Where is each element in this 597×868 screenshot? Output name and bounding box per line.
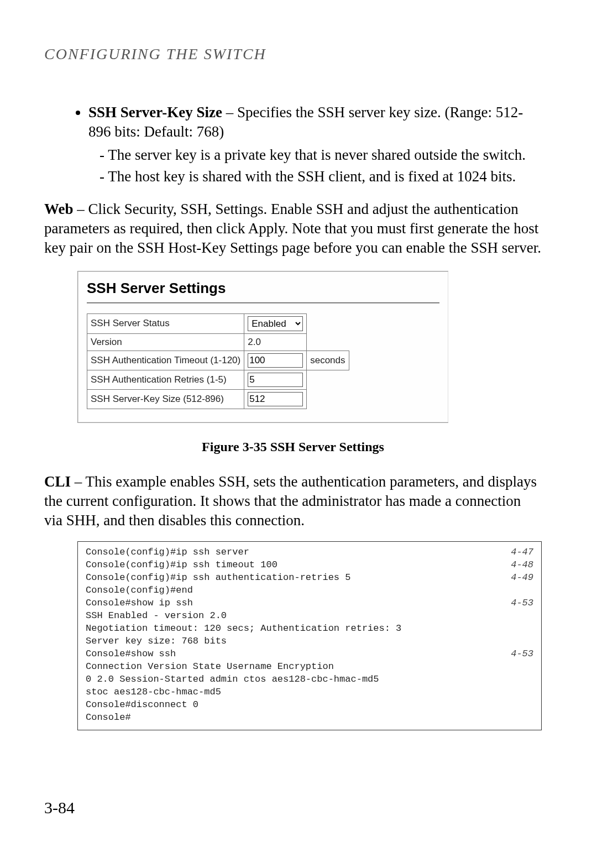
cli-ref: 4-53	[502, 597, 533, 610]
cli-line: Console(config)#ip ssh authentication-re…	[86, 572, 350, 584]
cli-ref: 4-47	[502, 546, 533, 559]
cli-line: Console(config)#end	[86, 584, 193, 597]
cli-paragraph-label: CLI	[44, 473, 71, 490]
cli-line: Console#disconnect 0	[86, 699, 198, 712]
web-paragraph: Web – Click Security, SSH, Settings. Ena…	[44, 200, 542, 258]
ssh-settings-panel: SSH Server Settings SSH Server Status En…	[77, 271, 448, 423]
cli-ref: 4-53	[502, 648, 533, 661]
web-paragraph-text: – Click Security, SSH, Settings. Enable …	[44, 201, 541, 256]
cli-ref: 4-49	[502, 572, 533, 584]
cli-line: Console#	[86, 712, 131, 724]
bullet-sub-2: - The host key is shared with the SSH cl…	[100, 167, 542, 186]
panel-title: SSH Server Settings	[78, 276, 448, 299]
select-ssh-status[interactable]: Enabled	[248, 316, 303, 331]
figure-caption: Figure 3-35 SSH Server Settings	[44, 438, 542, 456]
label-ssh-status: SSH Server Status	[87, 313, 244, 333]
label-version: Version	[87, 333, 244, 351]
label-auth-timeout: SSH Authentication Timeout (1-120)	[87, 351, 244, 370]
cli-line: Console(config)#ip ssh timeout 100	[86, 559, 277, 572]
bullet-ssh-key-size: SSH Server-Key Size – Specifies the SSH …	[88, 103, 542, 186]
value-version: 2.0	[244, 333, 307, 351]
cli-paragraph: CLI – This example enables SSH, sets the…	[44, 472, 542, 530]
cli-line: SSH Enabled - version 2.0	[86, 610, 227, 623]
input-auth-timeout[interactable]	[248, 353, 303, 368]
panel-rule	[87, 302, 439, 304]
input-auth-retries[interactable]	[248, 373, 303, 387]
unit-seconds: seconds	[307, 351, 349, 370]
cli-ref: 4-48	[502, 559, 533, 572]
input-key-size[interactable]	[248, 392, 303, 406]
bullet-sub-1: - The server key is a private key that i…	[100, 145, 542, 165]
page-number: 3-84	[44, 797, 75, 818]
settings-table: SSH Server Status Enabled Version 2.0 SS…	[87, 313, 349, 409]
cli-line: Console#show ssh	[86, 648, 176, 661]
cli-line: Connection Version State Username Encryp…	[86, 661, 334, 673]
running-header: CONFIGURING THE SWITCH	[44, 44, 542, 64]
cli-paragraph-text: – This example enables SSH, sets the aut…	[44, 473, 537, 529]
label-key-size: SSH Server-Key Size (512-896)	[87, 389, 244, 409]
cli-line: Server key size: 768 bits	[86, 635, 227, 648]
cli-line: Negotiation timeout: 120 secs; Authentic…	[86, 623, 401, 635]
cli-line: Console#show ip ssh	[86, 597, 193, 610]
bullet-label: SSH Server-Key Size	[88, 104, 222, 121]
cli-line: 0 2.0 Session-Started admin ctos aes128-…	[86, 673, 379, 686]
cli-output: Console(config)#ip ssh server4-47 Consol…	[77, 541, 542, 730]
label-auth-retries: SSH Authentication Retries (1-5)	[87, 370, 244, 389]
cli-line: stoc aes128-cbc-hmac-md5	[86, 686, 221, 699]
web-paragraph-label: Web	[44, 201, 74, 217]
cli-line: Console(config)#ip ssh server	[86, 546, 249, 559]
